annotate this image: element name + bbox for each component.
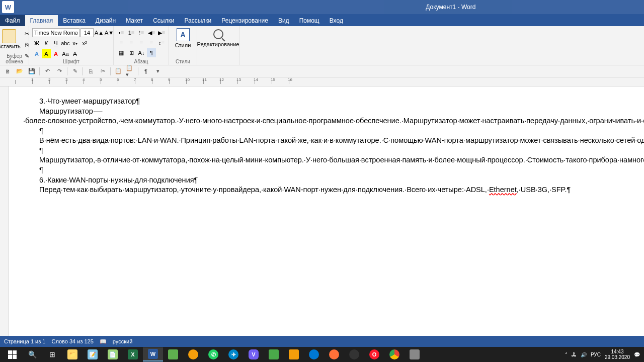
tab-insert[interactable]: Вставка (58, 15, 91, 26)
qat-format-painter[interactable]: ✎ (70, 67, 79, 76)
file-explorer-icon[interactable]: 📁 (62, 347, 83, 361)
qat-undo-button[interactable]: ↶ (43, 67, 52, 76)
bold-button[interactable]: Ж (32, 39, 41, 48)
tab-view[interactable]: Вид (273, 15, 294, 26)
tab-home[interactable]: Главная (25, 15, 58, 26)
font-name-input[interactable] (32, 28, 79, 37)
doc1-paragraph-2: В·нём·есть·два·вида·портов:·LAN·и·WAN.·П… (23, 136, 644, 146)
tab-mailings[interactable]: Рассылки (179, 15, 216, 26)
qat-paste[interactable]: 📋 (114, 67, 123, 76)
italic-button[interactable]: К (42, 39, 51, 48)
shrink-font-button[interactable]: A▼ (105, 28, 114, 37)
shading-button[interactable]: ▦ (117, 48, 126, 57)
multilevel-button[interactable]: ⁝≡ (137, 28, 146, 37)
font-color-button[interactable]: A (51, 49, 60, 58)
status-language[interactable]: русский (113, 338, 132, 344)
search-button[interactable]: 🔍 (22, 347, 42, 361)
underline-button[interactable]: Ч (51, 39, 60, 48)
volume-icon[interactable]: 🔊 (581, 352, 587, 357)
tray-expand-icon[interactable]: ˄ (565, 352, 568, 357)
qat-more[interactable]: ▾ (153, 67, 163, 76)
titlebar-1: W Документ1 - Word ▭ — ☐ ✕ (0, 0, 644, 14)
justify-button[interactable]: ≡ (147, 38, 156, 47)
tab-review[interactable]: Рецензирование (216, 15, 273, 26)
clear-format-button[interactable]: A̶ (70, 49, 79, 58)
opera-icon[interactable]: O (364, 347, 384, 361)
qat-new-button[interactable]: 🗎 (3, 67, 12, 76)
find-icon[interactable] (213, 29, 223, 39)
show-marks-button[interactable]: ¶ (147, 48, 156, 57)
font-size-input[interactable] (80, 28, 94, 37)
start-button[interactable] (2, 347, 22, 361)
qat-copy[interactable]: ⎘ (86, 67, 95, 76)
app-icon-gray[interactable] (405, 347, 425, 361)
viber-icon[interactable]: V (244, 347, 264, 361)
whatsapp-icon[interactable]: ✆ (203, 347, 223, 361)
ruler-horizontal-1[interactable]: 12345678910111213141516 (0, 77, 644, 86)
styles-group-label: Стили (169, 59, 197, 64)
align-right-button[interactable]: ≡ (137, 38, 146, 47)
ribbon-tabs-1: Файл Главная Вставка Дизайн Макет Ссылки… (0, 14, 644, 26)
status-page[interactable]: Страница 1 из 1 (4, 338, 45, 344)
input-language[interactable]: РУС (591, 352, 601, 357)
excel-icon[interactable]: X (123, 347, 143, 361)
tab-signin[interactable]: Вход (325, 15, 348, 26)
network-icon[interactable]: 🖧 (572, 352, 577, 357)
doc1-paragraph-3: Маршрутизатор,·в·отличие·от·коммутатора,… (23, 155, 644, 165)
app-icon-orange[interactable] (183, 347, 203, 361)
qat-show-marks[interactable]: ¶ (141, 67, 150, 76)
bullets-button[interactable]: •≡ (117, 28, 126, 37)
proofing-icon[interactable]: 📖 (100, 338, 107, 345)
app-icon-dark[interactable] (344, 347, 364, 361)
notepad-plus-icon[interactable]: 📄 (103, 347, 123, 361)
paragraph-group-label: Абзац (114, 59, 169, 64)
styles-icon[interactable]: A (177, 28, 190, 41)
document-page-1[interactable]: 3.·Что·умеет·маршрутизатор¶ Маршрутизато… (9, 86, 644, 336)
clock[interactable]: 14:43 29.03.2020 (605, 349, 630, 360)
word-icon[interactable]: W (143, 347, 163, 361)
tab-help[interactable]: Помощ (294, 15, 325, 26)
superscript-button[interactable]: x² (80, 39, 89, 48)
sort-button[interactable]: A↓ (137, 48, 146, 57)
align-center-button[interactable]: ≡ (127, 38, 136, 47)
highlight-button[interactable]: A (42, 49, 51, 58)
clipboard-icon (2, 29, 16, 43)
doc1-paragraph-4: Перед·тем·как·выбирать·маршрутизатор,·ут… (23, 185, 644, 195)
app-icon-orange2[interactable] (284, 347, 304, 361)
qat-open-button[interactable]: 📂 (15, 67, 24, 76)
task-view-button[interactable]: ⊞ (42, 347, 62, 361)
system-tray: ˄ 🖧 🔊 РУС 14:43 29.03.2020 💬 (565, 349, 642, 360)
tab-file[interactable]: Файл (0, 15, 25, 26)
tab-references[interactable]: Ссылки (148, 15, 179, 26)
app-icon-green2[interactable] (264, 347, 284, 361)
qat-save-button[interactable]: 💾 (27, 67, 36, 76)
tab-layout[interactable]: Макет (121, 15, 148, 26)
numbering-button[interactable]: 1≡ (127, 28, 136, 37)
telegram-icon[interactable]: ✈ (223, 347, 244, 361)
status-words[interactable]: Слово 34 из 125 (51, 338, 93, 344)
doc1-blank-3: ¶ (23, 165, 644, 175)
qat-cut[interactable]: ✂ (98, 67, 107, 76)
increase-indent-button[interactable]: ▶≡ (157, 28, 166, 37)
qat-redo-button[interactable]: ↷ (55, 67, 64, 76)
strikethrough-button[interactable]: abc (61, 39, 70, 48)
window-title-1: Документ1 - Word (14, 4, 644, 11)
grow-font-button[interactable]: A▲ (95, 28, 104, 37)
text-effects-button[interactable]: A (32, 49, 41, 58)
quick-access-toolbar-1: 🗎 📂 💾 ↶ ↷ ✎ ⎘ ✂ 📋 📋▾ ¶ ▾ (0, 65, 644, 77)
firefox-icon[interactable] (324, 347, 344, 361)
app-icon-green[interactable] (163, 347, 183, 361)
notepad-icon[interactable]: 📝 (83, 347, 103, 361)
qat-paste-opts[interactable]: 📋▾ (126, 67, 135, 76)
borders-button[interactable]: ⊞ (127, 48, 136, 57)
chrome-icon[interactable] (384, 347, 405, 361)
line-spacing-button[interactable]: ↕≡ (157, 38, 166, 47)
tab-design[interactable]: Дизайн (91, 15, 121, 26)
decrease-indent-button[interactable]: ◀≡ (147, 28, 156, 37)
edge-icon[interactable] (304, 347, 324, 361)
notifications-icon[interactable]: 💬 (634, 352, 640, 357)
change-case-button[interactable]: Aa (61, 49, 70, 58)
align-left-button[interactable]: ≡ (117, 38, 126, 47)
subscript-button[interactable]: x₂ (70, 39, 79, 48)
ruler-vertical-1[interactable] (0, 86, 9, 336)
